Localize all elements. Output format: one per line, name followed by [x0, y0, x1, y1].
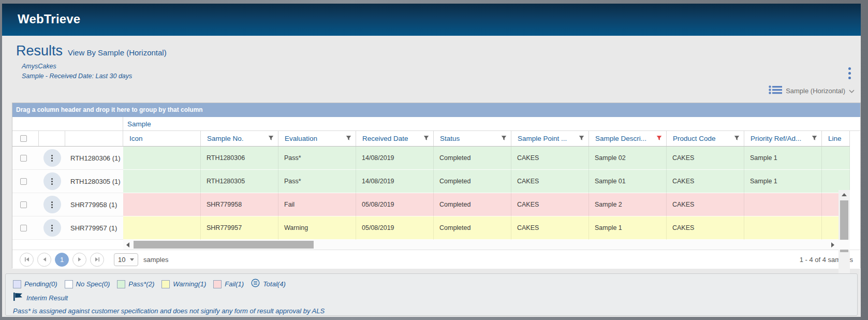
grid-header-row: IconSample No. Evaluation Received Date …	[12, 131, 850, 147]
legend-swatch	[117, 280, 125, 288]
cell-status: Completed	[434, 170, 511, 193]
cell-icon	[123, 216, 201, 240]
cell-sample-descri: Sample 02	[589, 147, 667, 170]
column-header-label: Sample No.	[207, 135, 244, 142]
cell-evaluation: Fail	[278, 193, 356, 216]
cell-sample-no: SHR779957	[201, 216, 278, 240]
column-header-evaluation[interactable]: Evaluation	[278, 131, 356, 146]
list-view-icon	[769, 85, 782, 96]
column-header-sample-descri[interactable]: Sample Descri...	[589, 131, 667, 146]
column-header-status[interactable]: Status	[434, 131, 511, 146]
filter-icon[interactable]	[268, 135, 274, 142]
row-checkbox[interactable]	[20, 155, 27, 162]
filter-icon[interactable]	[812, 135, 817, 142]
cell-product-code: CAKES	[667, 170, 744, 193]
legend-label: Pending(0)	[24, 280, 57, 288]
legend-label: No Spec(0)	[76, 280, 110, 288]
row-checkbox[interactable]	[20, 178, 27, 185]
column-header-label: Evaluation	[285, 135, 317, 142]
group-by-dropzone[interactable]: Drag a column header and drop it here to…	[12, 103, 860, 117]
cell-received-date: 14/08/2019	[356, 170, 434, 193]
cell-priority-ref-ad	[744, 193, 822, 216]
select-all-checkbox[interactable]	[20, 135, 27, 142]
row-checkbox[interactable]	[20, 201, 27, 208]
window-frame: WebTrieve Results View By Sample (Horizo…	[0, 0, 868, 320]
app-header: WebTrieve	[2, 4, 861, 36]
column-header-product-code[interactable]: Product Code	[667, 131, 744, 146]
cell-evaluation: Pass*	[278, 170, 356, 193]
column-header-label: Product Code	[673, 135, 716, 142]
cell-icon	[123, 147, 201, 170]
column-header-sample-no[interactable]: Sample No.	[201, 131, 278, 146]
header-checkbox-cell	[12, 131, 39, 146]
row-menu-kebab-icon[interactable]	[43, 219, 61, 237]
cell-evaluation: Warning	[278, 216, 356, 240]
vertical-scrollbar[interactable]	[838, 190, 850, 283]
sample-row[interactable]: RTH1280305 (1)RTH1280305Pass*14/08/2019C…	[12, 170, 850, 193]
scroll-up-icon[interactable]	[838, 190, 850, 199]
sample-row[interactable]: SHR779958 (1)SHR779958Fail05/08/2019Comp…	[12, 193, 850, 216]
page-menu-kebab-icon[interactable]	[847, 66, 852, 81]
column-header-label: Status	[440, 135, 460, 142]
page-size-value: 10	[118, 256, 125, 264]
cell-status: Completed	[434, 193, 511, 216]
legend-item: Pass*(2)	[117, 280, 154, 288]
legend-item: Pending(0)	[13, 280, 57, 288]
interim-result-row: Interim Result	[13, 292, 850, 303]
last-page-button[interactable]	[90, 253, 104, 267]
sample-row[interactable]: RTH1280306 (1)RTH1280306Pass*14/08/2019C…	[12, 147, 850, 170]
column-header-icon[interactable]: Icon	[123, 131, 201, 146]
scroll-right-icon[interactable]	[828, 240, 837, 250]
legend-item: Fail(1)	[213, 280, 244, 288]
page-size-label: samples	[143, 256, 168, 264]
previous-page-button[interactable]	[37, 253, 51, 267]
row-menu-kebab-icon[interactable]	[43, 149, 61, 167]
cell-sample-no: RTH1280306	[201, 147, 278, 170]
cell-sample-no: RTH1280305	[201, 170, 278, 193]
column-header-sample-point[interactable]: Sample Point ...	[511, 131, 589, 146]
results-grid: Drag a column header and drop it here to…	[12, 103, 861, 268]
cell-icon	[123, 170, 201, 193]
legend-swatch	[13, 280, 21, 288]
column-header-priority-ref-ad[interactable]: Priority Ref/Ad...	[744, 131, 822, 146]
cell-sample-descri: Sample 01	[589, 170, 667, 193]
next-page-button[interactable]	[72, 253, 86, 267]
column-header-label: Line	[828, 135, 842, 142]
column-header-received-date[interactable]: Received Date	[356, 131, 434, 146]
page-title: Results	[16, 43, 63, 59]
filter-icon[interactable]	[656, 135, 662, 142]
sample-row[interactable]: SHR779957 (1)SHR779957Warning05/08/2019C…	[12, 216, 850, 240]
first-page-button[interactable]	[20, 253, 34, 267]
filter-icon[interactable]	[423, 135, 429, 142]
page-title-row: Results View By Sample (Horizontal)	[16, 43, 167, 59]
horizontal-scroll-thumb[interactable]	[134, 241, 314, 249]
cell-sample-point: CAKES	[511, 170, 589, 193]
saved-filter-name: AmysCakes	[22, 63, 56, 70]
page-size-select[interactable]: 10	[114, 253, 138, 266]
band-left-spacer	[12, 117, 123, 130]
filter-icon[interactable]	[346, 135, 351, 142]
row-menu-kebab-icon[interactable]	[43, 196, 61, 213]
cell-product-code: CAKES	[667, 147, 744, 170]
row-menu-kebab-icon[interactable]	[43, 172, 61, 190]
cell-sample-no: SHR779958	[201, 193, 278, 216]
row-checkbox[interactable]	[20, 225, 27, 231]
filter-description: Sample - Received Date: Last 30 days	[22, 72, 132, 80]
legend-swatch	[65, 280, 73, 288]
legend-item: Warning(1)	[161, 280, 206, 288]
cell-status: Completed	[434, 147, 511, 170]
scroll-left-icon[interactable]	[123, 240, 133, 250]
column-header-label: Icon	[129, 135, 143, 142]
filter-icon[interactable]	[734, 135, 740, 142]
legend-swatch	[161, 280, 170, 288]
horizontal-scrollbar[interactable]	[123, 240, 850, 250]
interim-result-label: Interim Result	[26, 294, 68, 302]
column-header-line[interactable]: Line	[822, 131, 850, 146]
view-selector-dropdown[interactable]: Sample (Horizontal)	[769, 85, 855, 96]
cell-received-date: 05/08/2019	[356, 193, 434, 216]
cell-received-date: 05/08/2019	[356, 216, 434, 240]
filter-icon[interactable]	[579, 135, 584, 142]
filter-icon[interactable]	[501, 135, 507, 142]
page-number-button[interactable]: 1	[55, 253, 69, 267]
legend-swatch	[213, 280, 222, 288]
